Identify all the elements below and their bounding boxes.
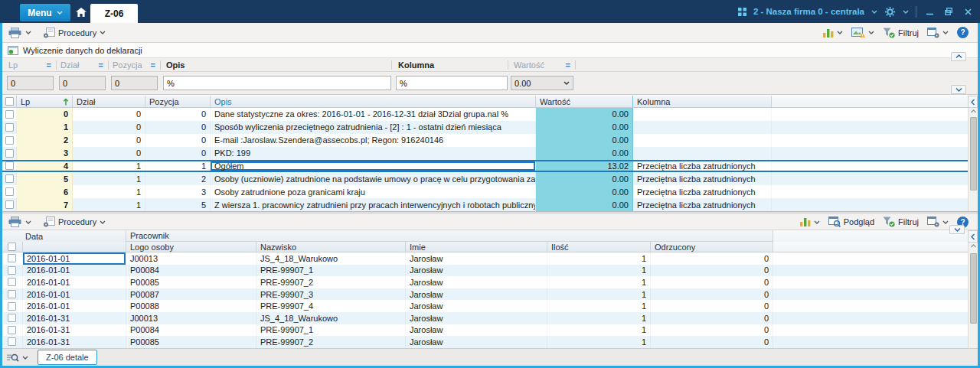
dzial-cell[interactable]: 1: [73, 185, 145, 198]
table2-collapse-left-button[interactable]: [968, 230, 978, 243]
chart-button[interactable]: [823, 28, 843, 37]
wartosc-cell[interactable]: 0.00: [536, 198, 633, 211]
table-row[interactable]: 2016-01-31P00085PRE-99907_2Jarosław10: [2, 336, 968, 348]
row-checkbox[interactable]: [5, 149, 14, 158]
table-row[interactable]: 000Dane statystyczne za okres: 2016-01-0…: [2, 108, 968, 121]
opis-cell[interactable]: Z wiersza 1. pracownicy zatrudnieni przy…: [211, 198, 536, 211]
wartosc-cell[interactable]: 0.00: [536, 108, 633, 121]
kolumna-cell[interactable]: [633, 134, 772, 147]
dzial-cell[interactable]: 1: [73, 161, 145, 171]
column-header-data[interactable]: Data: [2, 230, 126, 242]
lp-cell[interactable]: 7: [17, 198, 73, 211]
gear-icon[interactable]: [884, 6, 896, 18]
opis-cell[interactable]: E-mail :Jaroslaw.Szendera@assecobs.pl; R…: [211, 134, 536, 147]
ilosc-cell[interactable]: 1: [547, 252, 651, 265]
panel1-collapse-up-button[interactable]: [951, 52, 966, 61]
odrzucony-cell[interactable]: 0: [651, 300, 773, 312]
menu-button[interactable]: Menu: [20, 4, 70, 21]
opis-cell[interactable]: Sposób wyliczenia przeciętnego zatrudnie…: [211, 121, 536, 134]
dzial-cell[interactable]: 0: [73, 121, 145, 134]
ilosc-cell[interactable]: 1: [547, 300, 651, 312]
dzial-cell[interactable]: 1: [73, 198, 145, 211]
attachments-button[interactable]: [851, 28, 874, 38]
column-header-lp[interactable]: Lp: [17, 96, 73, 107]
chart-button-2[interactable]: [800, 217, 820, 226]
pozycja-cell[interactable]: 0: [145, 134, 211, 147]
lp-cell[interactable]: 1: [17, 121, 73, 134]
data-cell[interactable]: 2016-01-01: [23, 288, 126, 301]
chevron-down-icon[interactable]: [25, 31, 31, 34]
imie-cell[interactable]: Jarosław: [406, 300, 547, 312]
procedures-button-2[interactable]: Procedury: [43, 217, 106, 227]
panel2-collapse-down-button[interactable]: [949, 225, 965, 234]
table-row[interactable]: 300PKD: 1990.00: [2, 147, 968, 160]
row-checkbox[interactable]: [8, 337, 16, 346]
row-checkbox[interactable]: [8, 254, 16, 262]
opis-cell[interactable]: Osoby zatrudnione poza granicami kraju: [211, 185, 536, 198]
logo-osoby-cell[interactable]: P00085: [126, 276, 256, 288]
nazwisko-cell[interactable]: PRE-99907_4: [256, 300, 406, 312]
logo-osoby-cell[interactable]: P00084: [126, 265, 256, 277]
pozycja-cell[interactable]: 1: [145, 161, 211, 171]
kolumna-cell[interactable]: [633, 121, 772, 134]
table-row[interactable]: 2016-01-01P00087PRE-99907_3Jarosław10: [2, 288, 968, 301]
opis-cell[interactable]: Osoby (uczniowie) zatrudnione na podstaw…: [211, 172, 536, 185]
logo-osoby-cell[interactable]: J00013: [126, 252, 256, 265]
imie-cell[interactable]: Jarosław: [406, 252, 547, 265]
column-header-dzial[interactable]: Dział: [73, 96, 145, 107]
row-select-cell[interactable]: [2, 134, 17, 147]
row-checkbox[interactable]: [5, 200, 14, 209]
imie-cell[interactable]: Jarosław: [406, 336, 547, 348]
ilosc-cell[interactable]: 1: [547, 336, 651, 348]
wartosc-cell[interactable]: 13.02: [536, 161, 633, 171]
table-row[interactable]: 613Osoby zatrudnione poza granicami kraj…: [2, 185, 968, 198]
column-header-imie[interactable]: Imie: [406, 242, 547, 252]
row-select-cell[interactable]: [2, 172, 17, 185]
logo-osoby-cell[interactable]: P00087: [126, 288, 256, 301]
row-checkbox[interactable]: [5, 110, 14, 119]
odrzucony-cell[interactable]: 0: [651, 336, 773, 348]
select-all-checkbox[interactable]: [5, 97, 14, 106]
table-row[interactable]: 411Ogółem13.02Przeciętna liczba zatrudni…: [2, 160, 968, 173]
odrzucony-cell[interactable]: 0: [651, 324, 773, 337]
table-row[interactable]: 2016-01-31J00013JS_4_18_WarukowoJarosław…: [2, 312, 968, 324]
odrzucony-cell[interactable]: 0: [651, 265, 773, 277]
filter-button-top[interactable]: Filtruj: [883, 28, 919, 38]
table2-scrollbar-thumb[interactable]: [970, 253, 977, 324]
row-checkbox[interactable]: [8, 266, 16, 275]
row-select-cell[interactable]: [2, 185, 17, 198]
imie-cell[interactable]: Jarosław: [406, 324, 547, 337]
imie-cell[interactable]: Jarosław: [406, 265, 547, 277]
lp-cell[interactable]: 5: [17, 172, 73, 185]
row-checkbox[interactable]: [5, 174, 14, 183]
logo-osoby-cell[interactable]: P00085: [126, 336, 256, 348]
apps-grid-icon[interactable]: [738, 8, 746, 16]
table-row[interactable]: 2016-01-01P00085PRE-99907_2Jarosław10: [2, 276, 968, 288]
row-checkbox[interactable]: [5, 187, 14, 196]
column-header-kolumna[interactable]: Kolumna: [633, 96, 772, 107]
table-row[interactable]: 2016-01-01P00084PRE-99907_1Jarosław10: [2, 265, 968, 277]
pozycja-cell[interactable]: 5: [145, 198, 211, 211]
procedures-button[interactable]: Procedury: [43, 28, 106, 38]
table-row[interactable]: 512Osoby (uczniowie) zatrudnione na pods…: [2, 172, 968, 185]
row-select-cell[interactable]: [2, 147, 17, 160]
row-select-cell[interactable]: [2, 336, 23, 348]
wartosc-cell[interactable]: 0.00: [536, 172, 633, 185]
lp-cell[interactable]: 6: [17, 185, 73, 198]
table-row[interactable]: 2016-01-01J00013JS_4_18_WarukowoJarosław…: [2, 252, 968, 265]
logo-osoby-cell[interactable]: P00088: [126, 300, 256, 312]
print-button-2[interactable]: [8, 217, 21, 227]
preview-button[interactable]: Podgląd: [828, 217, 874, 227]
data-cell[interactable]: 2016-01-01: [23, 276, 126, 288]
logo-osoby-cell[interactable]: J00013: [126, 312, 256, 324]
column-header-logo-osoby[interactable]: Logo osoby: [126, 242, 256, 252]
data-cell[interactable]: 2016-01-31: [23, 312, 126, 324]
pozycja-cell[interactable]: 0: [145, 121, 211, 134]
column-header-opis[interactable]: Opis: [211, 96, 536, 107]
filter-input-dzial[interactable]: [59, 76, 106, 90]
row-select-cell[interactable]: [2, 252, 23, 265]
row-select-cell[interactable]: [2, 312, 23, 324]
row-select-cell[interactable]: [2, 276, 23, 288]
nazwisko-cell[interactable]: PRE-99907_1: [256, 324, 406, 337]
nazwisko-cell[interactable]: PRE-99907_2: [256, 276, 406, 288]
